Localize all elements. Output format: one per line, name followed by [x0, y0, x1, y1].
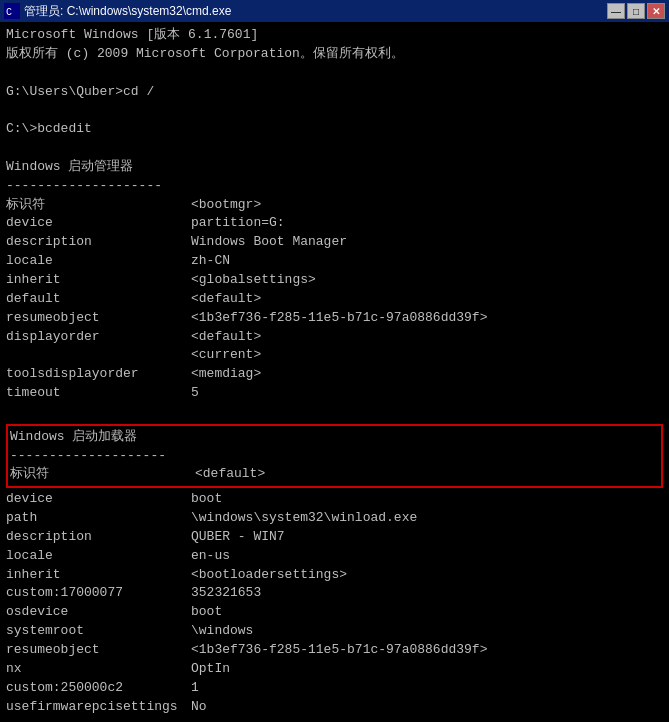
prop-key: custom:17000077: [6, 584, 191, 603]
cmd-icon: C: [4, 3, 20, 19]
prop-key: device: [6, 490, 191, 509]
maximize-button[interactable]: □: [627, 3, 645, 19]
svg-text:C: C: [6, 7, 12, 18]
prop-row: osdeviceboot: [6, 603, 663, 622]
section1-divider: --------------------: [6, 177, 663, 196]
section2-id-key: 标识符: [10, 465, 195, 484]
prop-val: <default>: [191, 328, 261, 347]
prop-row: resumeobject<1b3ef736-f285-11e5-b71c-97a…: [6, 309, 663, 328]
header-line-3: [6, 64, 663, 83]
prop-val: QUBER - WIN7: [191, 528, 285, 547]
prop-key: default: [6, 290, 191, 309]
prop-key: locale: [6, 252, 191, 271]
section2-props: devicebootpath\windows\system32\winload.…: [6, 490, 663, 716]
prop-key: resumeobject: [6, 641, 191, 660]
header-line-4: G:\Users\Quber>cd /: [6, 83, 663, 102]
prop-key: toolsdisplayorder: [6, 365, 191, 384]
prop-val: <bootloadersettings>: [191, 566, 347, 585]
prop-row: inherit<bootloadersettings>: [6, 566, 663, 585]
prop-row: toolsdisplayorder<memdiag>: [6, 365, 663, 384]
prop-row: inherit<globalsettings>: [6, 271, 663, 290]
prop-row: 标识符<bootmgr>: [6, 196, 663, 215]
prop-val: <current>: [191, 346, 261, 365]
prop-val: \windows\system32\winload.exe: [191, 509, 417, 528]
prop-key: inherit: [6, 566, 191, 585]
prop-row: custom:17000077352321653: [6, 584, 663, 603]
prop-val: 352321653: [191, 584, 261, 603]
prop-key: systemroot: [6, 622, 191, 641]
prop-val: 5: [191, 384, 199, 403]
section2-box: Windows 启动加载器 -------------------- 标识符 <…: [6, 424, 663, 489]
minimize-button[interactable]: —: [607, 3, 625, 19]
title-controls: — □ ✕: [607, 3, 665, 19]
prop-row: custom:250000c21: [6, 679, 663, 698]
prop-val: \windows: [191, 622, 253, 641]
header-line-1: Microsoft Windows [版本 6.1.7601]: [6, 26, 663, 45]
prop-row: descriptionQUBER - WIN7: [6, 528, 663, 547]
section1: Windows 启动管理器 -------------------- 标识符<b…: [6, 158, 663, 403]
section2-title: Windows 启动加载器: [10, 428, 659, 447]
prop-row: localezh-CN: [6, 252, 663, 271]
title-bar: C 管理员: C:\windows\system32\cmd.exe — □ ✕: [0, 0, 669, 22]
prop-val: <1b3ef736-f285-11e5-b71c-97a0886dd39f>: [191, 641, 487, 660]
prop-row: deviceboot: [6, 490, 663, 509]
title-text: 管理员: C:\windows\system32\cmd.exe: [24, 3, 231, 20]
header-line-5: [6, 101, 663, 120]
header-line-7: [6, 139, 663, 158]
prop-row: localeen-us: [6, 547, 663, 566]
prop-key: description: [6, 233, 191, 252]
prop-row: usefirmwarepcisettingsNo: [6, 698, 663, 717]
prop-row: devicepartition=G:: [6, 214, 663, 233]
prop-val: <globalsettings>: [191, 271, 316, 290]
prop-row: systemroot\windows: [6, 622, 663, 641]
prop-val: 1: [191, 679, 199, 698]
console-output: Microsoft Windows [版本 6.1.7601] 版权所有 (c)…: [0, 22, 669, 722]
prop-val: No: [191, 698, 207, 717]
prop-row: default<default>: [6, 290, 663, 309]
prop-key: nx: [6, 660, 191, 679]
section2-id-val: <default>: [195, 465, 265, 484]
prop-key: [6, 346, 191, 365]
close-button[interactable]: ✕: [647, 3, 665, 19]
section2-identifier: 标识符 <default>: [10, 465, 659, 484]
prop-row: nxOptIn: [6, 660, 663, 679]
prop-val: partition=G:: [191, 214, 285, 233]
prop-val: OptIn: [191, 660, 230, 679]
prop-val: boot: [191, 603, 222, 622]
title-bar-left: C 管理员: C:\windows\system32\cmd.exe: [4, 3, 231, 20]
prop-val: en-us: [191, 547, 230, 566]
prop-row: descriptionWindows Boot Manager: [6, 233, 663, 252]
spacer2: [6, 716, 663, 722]
prop-key: description: [6, 528, 191, 547]
prop-key: custom:250000c2: [6, 679, 191, 698]
prop-val: <default>: [191, 290, 261, 309]
header-line-6: C:\>bcdedit: [6, 120, 663, 139]
prop-key: usefirmwarepcisettings: [6, 698, 191, 717]
prop-key: timeout: [6, 384, 191, 403]
prop-val: Windows Boot Manager: [191, 233, 347, 252]
prop-row: path\windows\system32\winload.exe: [6, 509, 663, 528]
prop-val: <bootmgr>: [191, 196, 261, 215]
header-line-2: 版权所有 (c) 2009 Microsoft Corporation。保留所有…: [6, 45, 663, 64]
prop-val: <1b3ef736-f285-11e5-b71c-97a0886dd39f>: [191, 309, 487, 328]
prop-val: zh-CN: [191, 252, 230, 271]
prop-key: path: [6, 509, 191, 528]
prop-key: osdevice: [6, 603, 191, 622]
prop-key: locale: [6, 547, 191, 566]
section2-divider: --------------------: [10, 447, 659, 466]
prop-key: displayorder: [6, 328, 191, 347]
prop-key: device: [6, 214, 191, 233]
prop-key: 标识符: [6, 196, 191, 215]
prop-key: resumeobject: [6, 309, 191, 328]
section1-props: 标识符<bootmgr>devicepartition=G:descriptio…: [6, 196, 663, 403]
prop-row: resumeobject<1b3ef736-f285-11e5-b71c-97a…: [6, 641, 663, 660]
prop-val: <memdiag>: [191, 365, 261, 384]
spacer1: [6, 403, 663, 422]
prop-val: boot: [191, 490, 222, 509]
section1-title: Windows 启动管理器: [6, 158, 663, 177]
prop-row: timeout5: [6, 384, 663, 403]
prop-row: displayorder<default>: [6, 328, 663, 347]
prop-key: inherit: [6, 271, 191, 290]
prop-row: <current>: [6, 346, 663, 365]
